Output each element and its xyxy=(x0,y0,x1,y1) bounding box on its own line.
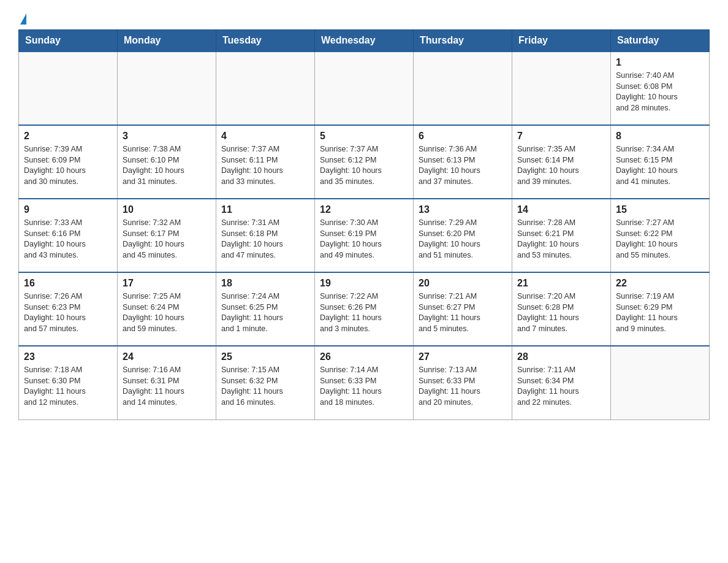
calendar-cell: 22Sunrise: 7:19 AM Sunset: 6:29 PM Dayli… xyxy=(611,272,710,346)
calendar-cell: 4Sunrise: 7:37 AM Sunset: 6:11 PM Daylig… xyxy=(216,125,315,199)
day-number: 19 xyxy=(320,277,408,290)
day-number: 13 xyxy=(419,203,507,216)
day-info: Sunrise: 7:40 AM Sunset: 6:08 PM Dayligh… xyxy=(616,71,704,113)
calendar-cell: 3Sunrise: 7:38 AM Sunset: 6:10 PM Daylig… xyxy=(118,125,216,199)
calendar-cell: 2Sunrise: 7:39 AM Sunset: 6:09 PM Daylig… xyxy=(19,125,118,199)
calendar-cell: 20Sunrise: 7:21 AM Sunset: 6:27 PM Dayli… xyxy=(414,272,512,346)
day-number: 10 xyxy=(123,203,211,216)
day-info: Sunrise: 7:29 AM Sunset: 6:20 PM Dayligh… xyxy=(419,218,507,261)
day-number: 25 xyxy=(221,350,309,364)
calendar-header-row: SundayMondayTuesdayWednesdayThursdayFrid… xyxy=(19,30,710,52)
day-info: Sunrise: 7:38 AM Sunset: 6:10 PM Dayligh… xyxy=(123,144,211,187)
day-info: Sunrise: 7:14 AM Sunset: 6:33 PM Dayligh… xyxy=(320,365,408,408)
week-row-5: 23Sunrise: 7:18 AM Sunset: 6:30 PM Dayli… xyxy=(19,346,710,419)
day-number: 18 xyxy=(221,277,309,290)
day-info: Sunrise: 7:21 AM Sunset: 6:27 PM Dayligh… xyxy=(419,291,507,334)
day-info: Sunrise: 7:19 AM Sunset: 6:29 PM Dayligh… xyxy=(616,291,704,334)
day-info: Sunrise: 7:36 AM Sunset: 6:13 PM Dayligh… xyxy=(419,144,507,187)
calendar-cell: 12Sunrise: 7:30 AM Sunset: 6:19 PM Dayli… xyxy=(315,199,414,272)
weekday-header-saturday: Saturday xyxy=(611,30,710,52)
day-number: 1 xyxy=(616,56,704,69)
calendar-cell: 21Sunrise: 7:20 AM Sunset: 6:28 PM Dayli… xyxy=(512,272,611,346)
day-number: 7 xyxy=(517,129,605,143)
calendar-cell: 19Sunrise: 7:22 AM Sunset: 6:26 PM Dayli… xyxy=(315,272,414,346)
day-info: Sunrise: 7:34 AM Sunset: 6:15 PM Dayligh… xyxy=(616,144,704,187)
calendar-cell: 25Sunrise: 7:15 AM Sunset: 6:32 PM Dayli… xyxy=(216,346,315,419)
day-number: 11 xyxy=(221,203,309,216)
calendar-cell xyxy=(19,52,118,125)
calendar-cell: 23Sunrise: 7:18 AM Sunset: 6:30 PM Dayli… xyxy=(19,346,118,419)
day-info: Sunrise: 7:35 AM Sunset: 6:14 PM Dayligh… xyxy=(517,144,605,187)
day-number: 22 xyxy=(616,277,704,290)
day-number: 14 xyxy=(517,203,605,216)
day-info: Sunrise: 7:15 AM Sunset: 6:32 PM Dayligh… xyxy=(221,365,309,408)
day-number: 8 xyxy=(616,129,704,143)
day-info: Sunrise: 7:20 AM Sunset: 6:28 PM Dayligh… xyxy=(517,291,605,334)
day-info: Sunrise: 7:32 AM Sunset: 6:17 PM Dayligh… xyxy=(123,218,211,261)
day-number: 21 xyxy=(517,277,605,290)
day-info: Sunrise: 7:11 AM Sunset: 6:34 PM Dayligh… xyxy=(517,365,605,408)
day-number: 2 xyxy=(24,129,112,143)
day-info: Sunrise: 7:37 AM Sunset: 6:12 PM Dayligh… xyxy=(320,144,408,187)
day-info: Sunrise: 7:39 AM Sunset: 6:09 PM Dayligh… xyxy=(24,144,112,187)
calendar-cell: 17Sunrise: 7:25 AM Sunset: 6:24 PM Dayli… xyxy=(118,272,216,346)
calendar-cell: 10Sunrise: 7:32 AM Sunset: 6:17 PM Dayli… xyxy=(118,199,216,272)
calendar-cell xyxy=(512,52,611,125)
day-number: 17 xyxy=(123,277,211,290)
week-row-1: 1Sunrise: 7:40 AM Sunset: 6:08 PM Daylig… xyxy=(19,52,710,125)
day-number: 9 xyxy=(24,203,112,216)
day-number: 26 xyxy=(320,350,408,364)
week-row-2: 2Sunrise: 7:39 AM Sunset: 6:09 PM Daylig… xyxy=(19,125,710,199)
calendar-cell: 27Sunrise: 7:13 AM Sunset: 6:33 PM Dayli… xyxy=(414,346,512,419)
calendar-cell: 26Sunrise: 7:14 AM Sunset: 6:33 PM Dayli… xyxy=(315,346,414,419)
day-number: 23 xyxy=(24,350,112,364)
calendar-cell: 16Sunrise: 7:26 AM Sunset: 6:23 PM Dayli… xyxy=(19,272,118,346)
day-info: Sunrise: 7:26 AM Sunset: 6:23 PM Dayligh… xyxy=(24,291,112,334)
day-number: 3 xyxy=(123,129,211,143)
day-info: Sunrise: 7:16 AM Sunset: 6:31 PM Dayligh… xyxy=(123,365,211,408)
calendar-cell xyxy=(118,52,216,125)
day-number: 16 xyxy=(24,277,112,290)
logo xyxy=(18,12,26,23)
day-info: Sunrise: 7:28 AM Sunset: 6:21 PM Dayligh… xyxy=(517,218,605,261)
calendar-cell: 11Sunrise: 7:31 AM Sunset: 6:18 PM Dayli… xyxy=(216,199,315,272)
day-number: 4 xyxy=(221,129,309,143)
weekday-header-friday: Friday xyxy=(512,30,611,52)
day-info: Sunrise: 7:37 AM Sunset: 6:11 PM Dayligh… xyxy=(221,144,309,187)
day-info: Sunrise: 7:33 AM Sunset: 6:16 PM Dayligh… xyxy=(24,218,112,261)
calendar-cell xyxy=(315,52,414,125)
calendar-cell: 14Sunrise: 7:28 AM Sunset: 6:21 PM Dayli… xyxy=(512,199,611,272)
logo-triangle-icon xyxy=(20,13,26,25)
weekday-header-monday: Monday xyxy=(118,30,216,52)
day-info: Sunrise: 7:22 AM Sunset: 6:26 PM Dayligh… xyxy=(320,291,408,334)
week-row-3: 9Sunrise: 7:33 AM Sunset: 6:16 PM Daylig… xyxy=(19,199,710,272)
calendar-cell: 18Sunrise: 7:24 AM Sunset: 6:25 PM Dayli… xyxy=(216,272,315,346)
calendar-cell: 28Sunrise: 7:11 AM Sunset: 6:34 PM Dayli… xyxy=(512,346,611,419)
calendar-cell: 8Sunrise: 7:34 AM Sunset: 6:15 PM Daylig… xyxy=(611,125,710,199)
day-number: 5 xyxy=(320,129,408,143)
calendar-table: SundayMondayTuesdayWednesdayThursdayFrid… xyxy=(18,29,710,420)
day-info: Sunrise: 7:27 AM Sunset: 6:22 PM Dayligh… xyxy=(616,218,704,261)
weekday-header-tuesday: Tuesday xyxy=(216,30,315,52)
week-row-4: 16Sunrise: 7:26 AM Sunset: 6:23 PM Dayli… xyxy=(19,272,710,346)
day-info: Sunrise: 7:24 AM Sunset: 6:25 PM Dayligh… xyxy=(221,291,309,334)
calendar-cell: 1Sunrise: 7:40 AM Sunset: 6:08 PM Daylig… xyxy=(611,52,710,125)
calendar-cell: 5Sunrise: 7:37 AM Sunset: 6:12 PM Daylig… xyxy=(315,125,414,199)
calendar-cell xyxy=(611,346,710,419)
day-info: Sunrise: 7:18 AM Sunset: 6:30 PM Dayligh… xyxy=(24,365,112,408)
day-info: Sunrise: 7:25 AM Sunset: 6:24 PM Dayligh… xyxy=(123,291,211,334)
day-info: Sunrise: 7:13 AM Sunset: 6:33 PM Dayligh… xyxy=(419,365,507,408)
calendar-cell: 13Sunrise: 7:29 AM Sunset: 6:20 PM Dayli… xyxy=(414,199,512,272)
day-number: 28 xyxy=(517,350,605,364)
calendar-cell: 15Sunrise: 7:27 AM Sunset: 6:22 PM Dayli… xyxy=(611,199,710,272)
day-number: 24 xyxy=(123,350,211,364)
weekday-header-wednesday: Wednesday xyxy=(315,30,414,52)
page-header xyxy=(18,12,710,23)
day-number: 12 xyxy=(320,203,408,216)
day-number: 15 xyxy=(616,203,704,216)
calendar-cell: 7Sunrise: 7:35 AM Sunset: 6:14 PM Daylig… xyxy=(512,125,611,199)
day-info: Sunrise: 7:31 AM Sunset: 6:18 PM Dayligh… xyxy=(221,218,309,261)
day-number: 6 xyxy=(419,129,507,143)
day-number: 20 xyxy=(419,277,507,290)
day-info: Sunrise: 7:30 AM Sunset: 6:19 PM Dayligh… xyxy=(320,218,408,261)
